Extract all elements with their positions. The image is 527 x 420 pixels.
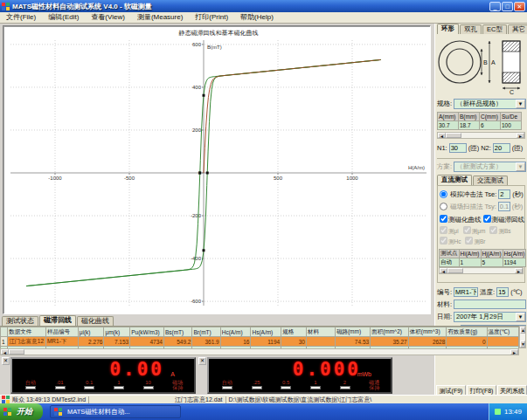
meter-close-icon[interactable]: ✕ bbox=[2, 357, 10, 365]
test-mode-tab[interactable]: 交流测试 bbox=[473, 176, 508, 185]
spec-dropdown[interactable]: （新样品规格） ▼ bbox=[454, 99, 526, 109]
minimize-icon[interactable]: _ bbox=[489, 2, 501, 11]
results-cell[interactable]: 16 bbox=[220, 337, 251, 347]
points-value-cell[interactable]: 自动 bbox=[440, 258, 460, 267]
meter-range-button[interactable]: .25 bbox=[242, 380, 272, 390]
test-mode-tab[interactable]: 直流测试 bbox=[437, 175, 472, 185]
results-cell[interactable]: 江门志富意12 bbox=[8, 337, 46, 347]
chevron-down-icon[interactable]: ▼ bbox=[516, 100, 525, 108]
results-header-cell[interactable]: 磁路(mm) bbox=[335, 327, 370, 337]
sub-measure-checkbox[interactable]: 测μm bbox=[463, 226, 486, 236]
scroll-left-icon[interactable]: ◄ bbox=[440, 268, 447, 273]
points-value-cell[interactable]: 1194 bbox=[503, 258, 526, 267]
scroll-left-icon[interactable]: ◄ bbox=[438, 133, 446, 138]
results-cell[interactable]: 1194 bbox=[251, 337, 281, 347]
results-header-cell[interactable]: 面积(mm^2) bbox=[371, 327, 409, 337]
scroll-right-icon[interactable]: ► bbox=[515, 268, 523, 273]
results-cell[interactable]: 0 bbox=[447, 337, 487, 347]
results-header-cell[interactable]: 材料 bbox=[306, 327, 335, 337]
n1-input[interactable] bbox=[449, 143, 467, 153]
results-header-cell[interactable]: Br(mT) bbox=[192, 327, 220, 337]
results-cell[interactable]: 2.276 bbox=[78, 337, 104, 347]
dims-value-cell[interactable]: 18.7 bbox=[459, 121, 480, 130]
results-header-cell[interactable]: 样品编号 bbox=[45, 327, 78, 337]
results-tab[interactable]: 磁滞回线 bbox=[39, 315, 76, 326]
measure-magnetization-checkbox[interactable]: 测磁化曲线 bbox=[440, 215, 482, 224]
menu-item[interactable]: 打印(Print) bbox=[189, 12, 234, 23]
scroll-up-icon[interactable]: ▲ bbox=[520, 327, 525, 334]
dims-value-cell[interactable]: 6 bbox=[480, 121, 501, 130]
core-shape-tab[interactable]: 环形 bbox=[437, 24, 459, 34]
points-value-cell[interactable]: 1 bbox=[459, 258, 481, 267]
start-button[interactable]: 开始 bbox=[0, 403, 43, 420]
meter-range-button[interactable]: 1 bbox=[104, 380, 134, 390]
results-vscrollbar[interactable]: ▲ ▼ bbox=[519, 326, 526, 348]
material-input[interactable] bbox=[454, 300, 526, 309]
impulse-method-radio[interactable] bbox=[440, 190, 447, 198]
scroll-left-icon[interactable]: ◄ bbox=[1, 349, 9, 355]
results-hscrollbar[interactable]: ◄ ► bbox=[0, 348, 519, 355]
tsy-input[interactable] bbox=[498, 202, 510, 211]
sub-measure-checkbox[interactable]: 测Hc bbox=[440, 237, 461, 246]
maximize-icon[interactable]: □ bbox=[502, 2, 513, 11]
results-tab[interactable]: 测试状态 bbox=[2, 316, 38, 326]
scroll-right-icon[interactable]: ► bbox=[517, 133, 524, 138]
results-cell[interactable]: 4734 bbox=[130, 337, 164, 347]
taskbar-app-button[interactable]: MATS磁性材料自动... bbox=[50, 405, 181, 418]
menu-item[interactable]: 帮助(Help) bbox=[234, 12, 280, 23]
meter-range-button[interactable]: 0.1 bbox=[74, 380, 104, 390]
sub-measure-checkbox[interactable]: 测Bs bbox=[489, 226, 510, 236]
results-cell[interactable] bbox=[487, 337, 518, 347]
results-header-cell[interactable]: μi(k) bbox=[78, 327, 104, 337]
results-tab[interactable]: 磁化曲线 bbox=[77, 316, 114, 326]
core-shape-tab[interactable]: 其它 bbox=[508, 24, 527, 34]
dims-value-cell[interactable]: 30.7 bbox=[438, 121, 459, 130]
tray-status-icon[interactable] bbox=[495, 409, 501, 415]
results-header-cell[interactable]: 规格 bbox=[281, 327, 307, 337]
meter-range-button[interactable]: 自动 bbox=[212, 380, 242, 390]
results-header-cell[interactable]: 体积(mm^3) bbox=[408, 327, 447, 337]
core-shape-tab[interactable]: 双孔 bbox=[460, 24, 482, 34]
meter-range-button[interactable]: 自动 bbox=[16, 380, 45, 390]
points-hscrollbar[interactable]: ◄ ► bbox=[439, 267, 524, 274]
meter-range-button[interactable]: 2 bbox=[330, 380, 360, 390]
dims-value-cell[interactable]: 100 bbox=[501, 121, 522, 130]
results-cell[interactable]: MR1-下 bbox=[45, 337, 78, 347]
sub-measure-checkbox[interactable]: 测μi bbox=[440, 226, 459, 236]
results-cell[interactable]: 2628 bbox=[408, 337, 447, 347]
menu-item[interactable]: 测量(Measure) bbox=[131, 12, 189, 23]
core-shape-tab[interactable]: EC型 bbox=[482, 24, 507, 34]
results-cell[interactable]: 361.9 bbox=[192, 337, 220, 347]
meter-hold-button[interactable]: 磁场保持 bbox=[163, 380, 192, 390]
meter-range-button[interactable]: 1 bbox=[301, 380, 330, 390]
meter-close-icon[interactable]: ✕ bbox=[198, 357, 206, 365]
chevron-down-icon[interactable]: ▼ bbox=[516, 162, 525, 171]
results-cell[interactable]: 7.153 bbox=[104, 337, 130, 347]
results-header-cell[interactable]: 有效质量(g) bbox=[447, 327, 487, 337]
results-cell[interactable]: 549.2 bbox=[163, 337, 192, 347]
n2-input[interactable] bbox=[493, 143, 510, 153]
meter-hold-button[interactable]: 磁通保持 bbox=[359, 380, 389, 390]
date-dropdown[interactable]: 2007年 1月29日 ▼ bbox=[454, 312, 526, 322]
temperature-input[interactable] bbox=[496, 287, 509, 297]
points-value-cell[interactable]: 5 bbox=[481, 258, 503, 267]
meter-range-button[interactable]: .01 bbox=[45, 380, 75, 390]
results-cell[interactable]: 30 bbox=[281, 337, 307, 347]
menu-item[interactable]: 编辑(Edit) bbox=[42, 12, 85, 23]
results-header-cell[interactable]: Pu(kW/m3) bbox=[130, 327, 164, 337]
results-row[interactable]: 1江门志富意12MR1-下2.2767.1534734549.2361.9161… bbox=[1, 337, 519, 347]
close-icon[interactable]: ✕ bbox=[514, 2, 525, 11]
tse-input[interactable] bbox=[498, 189, 510, 199]
dims-hscrollbar[interactable]: ◄ ► bbox=[437, 132, 525, 139]
results-header-cell[interactable]: Bs(mT) bbox=[163, 327, 192, 337]
results-cell[interactable]: 74.53 bbox=[335, 337, 370, 347]
results-header-cell[interactable]: 数据文件 bbox=[8, 327, 46, 337]
chevron-down-icon[interactable]: ▼ bbox=[516, 313, 525, 321]
meter-range-button[interactable]: 10 bbox=[134, 380, 163, 390]
measure-hysteresis-checkbox[interactable]: 测磁滞回线 bbox=[483, 215, 525, 224]
menu-item[interactable]: 文件(File) bbox=[0, 12, 42, 23]
sweep-method-radio[interactable] bbox=[440, 203, 447, 210]
results-header-cell[interactable]: Hc(A/m) bbox=[220, 327, 251, 337]
meter-range-button[interactable]: 0.5 bbox=[271, 380, 301, 390]
scroll-right-icon[interactable]: ► bbox=[510, 349, 518, 355]
